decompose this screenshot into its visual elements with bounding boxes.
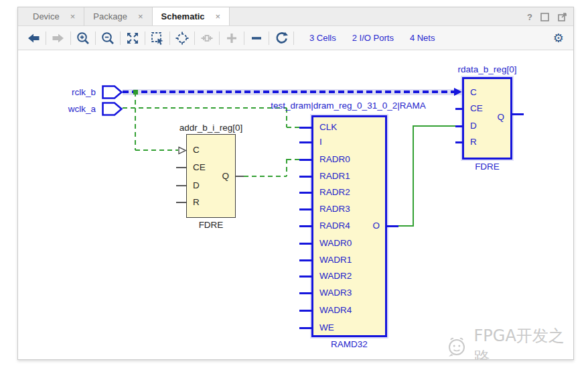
pin-label-wadr2: WADR2 (319, 270, 352, 282)
tab-schematic-label: Schematic (161, 11, 205, 21)
cell-ramd32[interactable]: CLK I RADR0 RADR1 RADR2 RADR3 RADR4 WADR… (311, 115, 387, 337)
pin-label-wadr4: WADR4 (319, 304, 352, 316)
zoom-in-button[interactable] (74, 29, 92, 47)
tab-schematic-close-icon[interactable]: × (216, 11, 221, 21)
pin-label-radr2: RADR2 (319, 186, 350, 198)
zoom-fit-icon (125, 31, 140, 46)
cell-instance-label: rdata_b_reg[0] (447, 64, 528, 74)
maximize-icon[interactable] (540, 12, 550, 22)
back-arrow-icon (26, 31, 41, 46)
net-ram-o-h1[interactable] (398, 225, 413, 227)
pin-label-d: D (470, 120, 477, 132)
net-wclk_a-jog[interactable] (286, 108, 287, 127)
input-port-rclk_b[interactable] (102, 85, 123, 99)
refresh-icon (274, 31, 289, 46)
pin-label-ce: CE (470, 103, 483, 115)
pin-stub (299, 310, 311, 312)
schematic-canvas[interactable]: rclk_b wclk_a addr_ (18, 50, 573, 359)
pin-label-wadr0: WADR0 (319, 237, 352, 249)
tab-package[interactable]: Package × (84, 7, 152, 25)
schematic-toolbar: 3 Cells 2 I/O Ports 4 Nets ⚙ (18, 26, 573, 50)
wechat-logo-icon (445, 335, 468, 358)
net-addr-q-to-radr0[interactable] (287, 159, 299, 160)
pin-label-clk: CLK (319, 121, 337, 133)
plus-icon (224, 31, 239, 46)
settings-gear-icon[interactable]: ⚙ (553, 31, 564, 45)
minus-icon (249, 31, 264, 46)
cell-addr_b_i_reg[interactable]: C CE D R Q (186, 134, 236, 218)
pin-stub (299, 327, 311, 329)
expand-cone-button[interactable] (198, 29, 216, 47)
toolbar-separator (194, 32, 195, 45)
pin-stub (176, 202, 186, 203)
net-wclk_a-to-clk[interactable] (287, 127, 299, 128)
pin-stub (299, 176, 311, 178)
zoom-selection-icon (150, 31, 165, 46)
zoom-to-selection-button[interactable] (149, 29, 166, 47)
autofit-selection-icon (175, 31, 190, 46)
pin-stub (455, 125, 462, 127)
port-label-rclk_b: rclk_b (45, 87, 96, 97)
pin-label-ce: CE (193, 162, 206, 174)
net-addr-q-jog[interactable] (286, 159, 287, 176)
expand-cone-icon (200, 31, 214, 46)
net-rclk_b[interactable] (123, 90, 454, 93)
cell-ref-label: FDRE (186, 220, 236, 230)
pin-label-radr4: RADR4 (319, 220, 350, 232)
pin-label-d: D (193, 180, 200, 192)
pin-label-q: Q (222, 170, 229, 182)
net-addr-q[interactable] (244, 176, 287, 177)
io-ports-link[interactable]: 2 I/O Ports (352, 33, 394, 43)
toolbar-separator (169, 32, 170, 45)
vivado-window: Device × Package × Schematic × ? (0, 0, 588, 366)
toolbar-separator (269, 32, 269, 45)
pin-stub (299, 192, 311, 194)
toolbar-separator (145, 32, 145, 45)
net-branch-to-addr-c[interactable] (135, 149, 178, 151)
pin-label-q: Q (497, 111, 504, 123)
tab-package-label: Package (93, 11, 127, 21)
cell-ref-label: FDRE (462, 162, 512, 172)
toolbar-separator (46, 32, 46, 45)
cells-link[interactable]: 3 Cells (309, 33, 336, 43)
input-port-wclk_a[interactable] (102, 102, 123, 116)
cell-ref-label: RAMD32 (311, 339, 387, 349)
regenerate-layout-button[interactable] (273, 29, 290, 47)
net-branch-vertical[interactable] (135, 92, 136, 150)
toolbar-separator (95, 32, 96, 45)
pin-label-r: R (193, 196, 200, 208)
tab-schematic[interactable]: Schematic × (153, 7, 230, 25)
remove-from-schematic-button[interactable] (248, 29, 265, 47)
schematic-panel: Device × Package × Schematic × ? (17, 7, 574, 360)
cell-rdata_b_reg[interactable]: C CE D R Q (462, 77, 512, 160)
watermark-text: FPGA开发之路 (474, 325, 573, 359)
toolbar-separator (293, 32, 294, 45)
nets-link[interactable]: 4 Nets (410, 33, 435, 43)
pin-stub-o (387, 225, 398, 227)
port-label-wclk_a: wclk_a (45, 104, 96, 114)
pin-label-o: O (372, 220, 380, 232)
help-icon[interactable]: ? (527, 12, 532, 22)
tab-package-close-icon[interactable]: × (138, 11, 143, 21)
back-button[interactable] (25, 29, 42, 47)
zoom-out-button[interactable] (99, 29, 117, 47)
toolbar-separator (70, 32, 71, 45)
autofit-selection-button[interactable] (173, 29, 191, 47)
net-arrowhead-icon (454, 88, 462, 96)
add-to-schematic-button[interactable] (223, 29, 240, 47)
pin-label-wadr1: WADR1 (319, 254, 352, 266)
net-ram-o-vertical[interactable] (413, 125, 414, 227)
pin-stub (299, 225, 311, 227)
pin-stub-addr-q (236, 176, 244, 177)
tab-device[interactable]: Device × (24, 7, 84, 25)
pin-label-i: I (319, 136, 322, 148)
float-window-icon[interactable] (557, 12, 567, 22)
window-controls: ? (527, 7, 567, 26)
forward-button[interactable] (50, 29, 67, 47)
toolbar-separator (120, 32, 121, 45)
net-ram-o-to-d[interactable] (413, 125, 455, 127)
pin-stub (299, 159, 311, 161)
pin-stub (299, 127, 311, 129)
zoom-fit-button[interactable] (124, 29, 141, 47)
tab-device-close-icon[interactable]: × (70, 11, 76, 21)
